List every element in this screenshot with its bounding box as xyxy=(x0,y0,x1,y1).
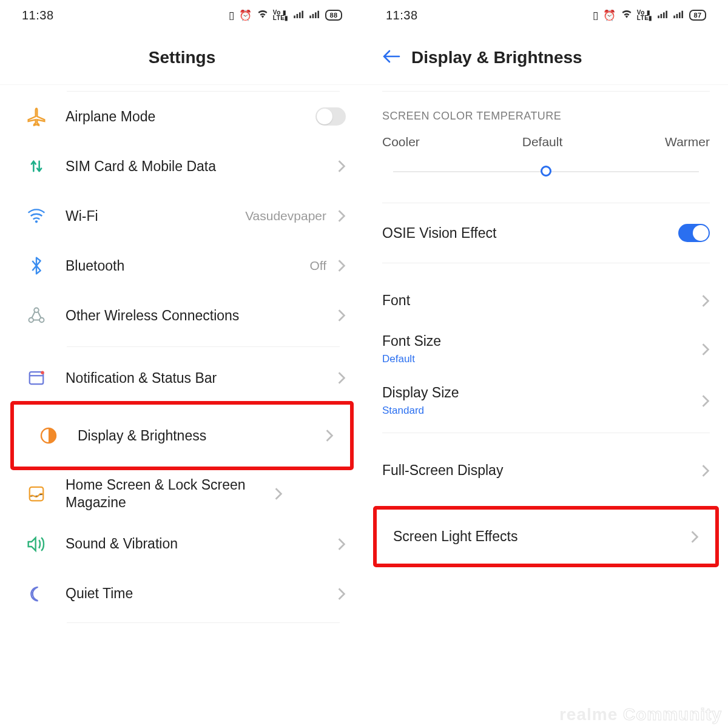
battery-icon: 87 xyxy=(689,10,706,21)
row-sound-vibration[interactable]: Sound & Vibration xyxy=(0,519,364,569)
row-label: Display & Brightness xyxy=(78,419,323,453)
header: Display & Brightness xyxy=(364,30,728,85)
row-label: Sound & Vibration xyxy=(66,527,335,561)
svg-rect-12 xyxy=(30,372,44,384)
row-sim-data[interactable]: SIM Card & Mobile Data xyxy=(0,141,364,191)
svg-point-8 xyxy=(35,220,38,223)
chevron-right-icon xyxy=(337,371,346,385)
row-label: Home Screen & Lock Screen Magazine xyxy=(66,468,272,519)
row-subvalue: Default xyxy=(382,353,710,365)
row-notification-statusbar[interactable]: Notification & Status Bar xyxy=(0,353,364,403)
row-bluetooth[interactable]: Bluetooth Off xyxy=(0,241,364,291)
wifi-icon xyxy=(257,9,268,21)
label-warmer: Warmer xyxy=(665,135,710,149)
chevron-right-icon xyxy=(337,587,346,601)
svg-rect-5 xyxy=(312,14,314,18)
label-cooler: Cooler xyxy=(382,135,420,149)
alarm-icon: ⏰ xyxy=(239,9,252,22)
sound-icon xyxy=(24,532,49,556)
svg-rect-4 xyxy=(309,16,311,18)
signal-2-icon xyxy=(673,9,684,21)
moon-icon xyxy=(24,582,49,606)
chevron-right-icon xyxy=(325,429,334,442)
row-label: Notification & Status Bar xyxy=(66,362,335,395)
chevron-right-icon xyxy=(701,343,710,356)
svg-rect-18 xyxy=(661,14,662,18)
svg-rect-20 xyxy=(666,11,667,18)
wifi-icon xyxy=(24,204,49,228)
vibrate-icon: ▯ xyxy=(229,9,235,22)
status-icons: ▯ ⏰ Vo ▮LTE▮ 88 xyxy=(229,9,342,22)
row-quiet-time[interactable]: Quiet Time xyxy=(0,569,364,619)
svg-rect-21 xyxy=(673,16,675,18)
row-home-lockscreen[interactable]: Home Screen & Lock Screen Magazine xyxy=(0,468,364,519)
airplane-icon xyxy=(24,104,49,129)
chevron-right-icon xyxy=(274,487,283,500)
signal-1-icon xyxy=(294,9,305,21)
row-value: Vasudevpaper xyxy=(245,209,326,223)
chevron-right-icon xyxy=(337,538,346,551)
battery-icon: 88 xyxy=(325,10,342,21)
row-label: Bluetooth xyxy=(66,249,309,283)
svg-rect-1 xyxy=(297,14,298,18)
chevron-right-icon xyxy=(337,209,346,223)
row-label: Other Wireless Connections xyxy=(66,299,335,332)
clock: 11:38 xyxy=(386,8,418,22)
svg-point-14 xyxy=(41,371,44,375)
slider-thumb[interactable] xyxy=(541,166,551,177)
row-label: Quiet Time xyxy=(66,577,335,610)
svg-rect-6 xyxy=(315,12,317,18)
row-other-wireless[interactable]: Other Wireless Connections xyxy=(0,291,364,340)
clock: 11:38 xyxy=(22,8,54,22)
status-bar: 11:38 ▯ ⏰ Vo ▮LTE▮ 88 xyxy=(0,0,364,30)
row-display-brightness[interactable]: Display & Brightness xyxy=(12,403,352,468)
wifi-icon xyxy=(621,9,632,21)
row-font-size[interactable]: Font Size Default xyxy=(364,323,728,375)
brightness-icon xyxy=(36,423,61,448)
svg-rect-24 xyxy=(681,11,683,18)
row-label: SIM Card & Mobile Data xyxy=(66,150,335,183)
svg-rect-17 xyxy=(658,16,659,18)
watermark: realme Community xyxy=(559,705,722,724)
back-button[interactable] xyxy=(382,47,400,68)
alarm-icon: ⏰ xyxy=(603,9,616,22)
row-label: Screen Light Effects xyxy=(393,528,688,545)
row-wifi[interactable]: Wi-Fi Vasudevpaper xyxy=(0,191,364,241)
signal-1-icon xyxy=(658,9,669,21)
toggle-osie[interactable] xyxy=(678,224,710,242)
row-label: Full-Screen Display xyxy=(382,462,699,479)
page-title: Display & Brightness xyxy=(411,48,582,67)
svg-rect-22 xyxy=(676,14,678,18)
svg-rect-3 xyxy=(302,11,303,18)
row-airplane-mode[interactable]: Airplane Mode xyxy=(0,92,364,141)
row-font[interactable]: Font xyxy=(364,278,728,323)
row-value: Off xyxy=(309,258,326,273)
color-temperature-slider[interactable] xyxy=(393,160,699,184)
chevron-right-icon xyxy=(701,464,710,477)
page-title: Settings xyxy=(149,48,215,67)
notification-bar-icon xyxy=(24,366,49,390)
status-icons: ▯ ⏰ Vo ▮LTE▮ 87 xyxy=(593,9,706,22)
section-color-temperature: SCREEN COLOR TEMPERATURE xyxy=(364,92,728,135)
row-osie-vision-effect[interactable]: OSIE Vision Effect xyxy=(364,203,728,263)
vibrate-icon: ▯ xyxy=(593,9,599,22)
svg-rect-19 xyxy=(663,12,665,18)
row-full-screen-display[interactable]: Full-Screen Display xyxy=(364,448,728,493)
settings-list: Airplane Mode SIM Card & Mobile Data Wi-… xyxy=(0,91,364,623)
toggle-airplane[interactable] xyxy=(315,107,346,126)
phone-left-settings: 11:38 ▯ ⏰ Vo ▮LTE▮ 88 Settings Air xyxy=(0,0,364,728)
row-label: Font Size xyxy=(382,333,710,349)
row-display-size[interactable]: Display Size Standard xyxy=(364,375,728,426)
status-bar: 11:38 ▯ ⏰ Vo ▮LTE▮ 87 xyxy=(364,0,728,30)
svg-rect-2 xyxy=(299,12,301,18)
chevron-right-icon xyxy=(690,530,699,544)
row-label: Font xyxy=(382,292,699,309)
row-label: Wi-Fi xyxy=(66,200,245,233)
volte-icon: Vo ▮LTE▮ xyxy=(637,10,653,21)
svg-point-10 xyxy=(29,318,34,323)
phone-right-display-brightness: 11:38 ▯ ⏰ Vo ▮LTE▮ 87 Display & Brightne… xyxy=(364,0,728,728)
row-screen-light-effects[interactable]: Screen Light Effects xyxy=(375,508,717,565)
share-icon xyxy=(24,303,49,328)
svg-point-11 xyxy=(39,318,44,323)
svg-rect-7 xyxy=(317,11,319,18)
